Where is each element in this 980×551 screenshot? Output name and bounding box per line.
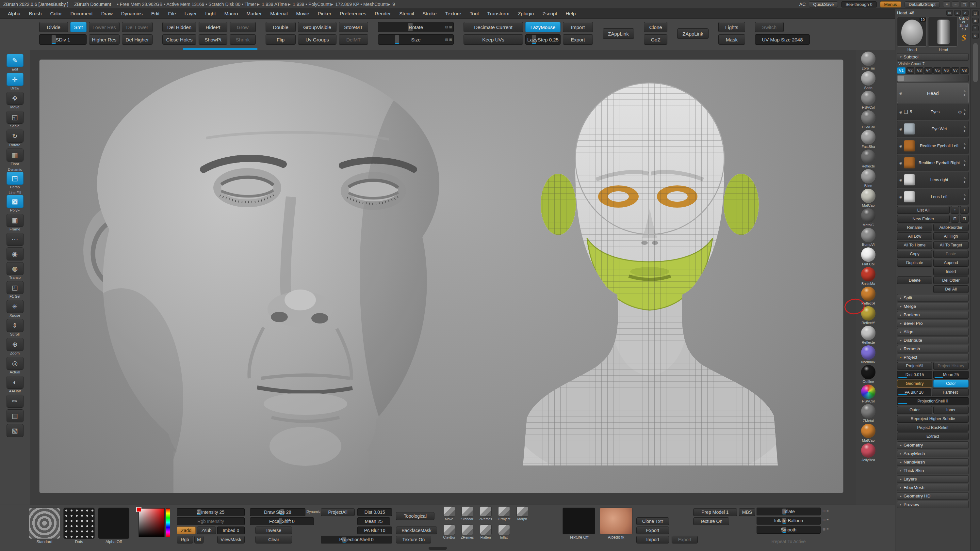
- slider-options-icons[interactable]: ⊞≡: [822, 527, 829, 531]
- brush-shortcut[interactable]: ZRemes: [459, 524, 476, 539]
- edge-gear-icon[interactable]: ⚙: [972, 33, 979, 38]
- subtool-view-tab[interactable]: V4: [924, 67, 932, 74]
- left-shelf-tool[interactable]: ⊕Zoom: [3, 338, 27, 355]
- zsub-button[interactable]: Zsub: [197, 527, 216, 534]
- switch-button[interactable]: Switch: [755, 22, 784, 32]
- extract-button[interactable]: Extract: [897, 432, 969, 440]
- menus-button[interactable]: Menus: [880, 1, 901, 8]
- repeat-to-active-button[interactable]: Repeat To Active: [757, 538, 821, 545]
- texture-on-button[interactable]: Texture On: [693, 518, 729, 525]
- subtool-row[interactable]: ◉❒5Eyes⚙✎◧: [897, 104, 969, 120]
- import-button[interactable]: Import: [636, 536, 669, 543]
- subtool-view-tab[interactable]: V3: [915, 67, 923, 74]
- subtool-op-button[interactable]: Append: [933, 259, 969, 267]
- left-shelf-tool[interactable]: ✑: [3, 395, 27, 408]
- expand-icon[interactable]: ⊞: [951, 215, 959, 222]
- subtool-op-button[interactable]: All To Home: [897, 241, 932, 249]
- menu-item[interactable]: Transform: [483, 10, 513, 17]
- menu-item[interactable]: Draw: [97, 10, 117, 17]
- see-through-slider[interactable]: See-through 0: [841, 1, 877, 8]
- subtool-op-button[interactable]: Paste: [933, 250, 969, 258]
- shrink-button[interactable]: Shrink: [230, 34, 256, 45]
- left-shelf-tool[interactable]: Dynamic◳Persp: [3, 167, 27, 189]
- menu-item[interactable]: Tool: [466, 10, 483, 17]
- color-tab[interactable]: Color: [933, 380, 969, 387]
- clear-button[interactable]: Clear: [255, 536, 292, 543]
- divide-button[interactable]: Divide: [39, 22, 68, 32]
- recent-tool-thumbnail[interactable]: [928, 17, 958, 47]
- menu-item[interactable]: Zplugin: [514, 10, 538, 17]
- visibility-eye-icon[interactable]: ◉: [899, 127, 902, 131]
- menu-item[interactable]: Dynamics: [117, 10, 147, 17]
- albedo-texture-slot[interactable]: Albedo fk: [600, 508, 632, 540]
- clone-button[interactable]: Clone: [644, 22, 667, 32]
- mask-button[interactable]: Mask: [718, 34, 745, 45]
- zapplink-button[interactable]: ZAppLink: [677, 29, 708, 39]
- topological-button[interactable]: Topological: [396, 512, 434, 520]
- menu-item[interactable]: Edit: [147, 10, 164, 17]
- wireframe-head-polygroups[interactable]: [519, 82, 800, 465]
- maximize-icon[interactable]: ▢: [961, 1, 968, 7]
- project-section-header[interactable]: ▾Project: [897, 354, 969, 361]
- gear-icon[interactable]: ⚙: [958, 110, 962, 114]
- brush-slot[interactable]: Alpha Off: [98, 508, 129, 544]
- menu-item[interactable]: Texture: [441, 10, 465, 17]
- subtool-op-button[interactable]: Copy: [897, 250, 932, 258]
- brush-shortcut[interactable]: ZProject: [495, 506, 512, 521]
- brush-shortcut[interactable]: Flatten: [477, 524, 494, 539]
- subtool-row[interactable]: ◉❒Eye Wet⚙✎◧: [897, 121, 969, 137]
- projection-shell-slider[interactable]: ProjectionShell 0: [321, 536, 392, 543]
- texture-off-thumbnail[interactable]: [563, 508, 595, 534]
- inverse-button[interactable]: Inverse: [255, 527, 292, 534]
- panel-close-icon[interactable]: ✕: [962, 10, 969, 16]
- viewmask-button[interactable]: ViewMask: [217, 536, 245, 543]
- subtool-op-button[interactable]: All Low: [897, 232, 932, 240]
- move-up-icon[interactable]: ↑: [951, 206, 959, 214]
- project-history-button[interactable]: Project History: [933, 362, 969, 370]
- clone-txtr-button[interactable]: Clone Txtr: [636, 518, 669, 525]
- lower-res-button[interactable]: Lower Res: [89, 22, 119, 32]
- flip-button[interactable]: Flip: [266, 34, 296, 45]
- rgb-intensity-slider[interactable]: Rgb Intensity: [177, 518, 245, 525]
- material-item[interactable]: HSVCol: [861, 91, 875, 110]
- menu-item[interactable]: Movie: [292, 10, 313, 17]
- subtool-row[interactable]: ◉❒Head⚙✎◧: [897, 83, 969, 103]
- delmt-button[interactable]: DelMT: [339, 34, 368, 45]
- collapsed-section[interactable]: ▸Boolean: [897, 311, 969, 319]
- brush-shortcut[interactable]: Move: [440, 506, 458, 521]
- smooth-slider[interactable]: Smooth: [757, 526, 821, 534]
- subtool-op-button[interactable]: Delete: [897, 276, 932, 284]
- left-shelf-tool[interactable]: ✎Edit: [3, 54, 27, 71]
- zadd-button[interactable]: Zadd: [177, 527, 196, 534]
- showpt-button[interactable]: ShowPt: [199, 34, 228, 45]
- canvas-area[interactable]: [30, 50, 856, 505]
- brush-slot[interactable]: Dots: [64, 508, 95, 544]
- inflate-slider[interactable]: Inflate: [757, 508, 821, 515]
- subtool-row[interactable]: ◉❒Realtime Eyeball Left⚙✎◧: [897, 138, 969, 154]
- menu-item[interactable]: Picker: [314, 10, 336, 17]
- albedo-thumbnail[interactable]: [600, 508, 632, 534]
- subtool-op-button[interactable]: Del All: [933, 285, 969, 293]
- material-item[interactable]: Flat Col: [861, 248, 875, 266]
- subtool-op-button[interactable]: Del Other: [933, 276, 969, 284]
- subtool-section-header[interactable]: ▾Subtool: [897, 53, 969, 61]
- material-item[interactable]: NormalR: [861, 345, 875, 364]
- uv-map-size-slider[interactable]: UV Map Size 2048: [755, 34, 810, 45]
- edge-menu-icon[interactable]: ≡: [972, 25, 979, 31]
- dist-slider[interactable]: Dist 0.015: [357, 508, 392, 516]
- rotate-slider[interactable]: Rotate⊟⊞: [378, 22, 454, 32]
- material-item[interactable]: Outline: [861, 365, 875, 384]
- quicksave-button[interactable]: QuickSave: [809, 1, 838, 8]
- left-shelf-tool[interactable]: ⇕Scroll: [3, 319, 27, 336]
- left-shelf-tool[interactable]: ✥Move: [3, 92, 27, 109]
- brush-slot[interactable]: Standard: [29, 508, 60, 544]
- menu-item[interactable]: Brush: [25, 10, 45, 17]
- list-all-button[interactable]: List All: [897, 206, 950, 214]
- inner-button[interactable]: Inner: [933, 406, 969, 414]
- menu-item[interactable]: File: [164, 10, 180, 17]
- texture-slot[interactable]: Texture Off: [563, 508, 595, 540]
- project-basrelief-button[interactable]: Project BasRelief: [897, 424, 969, 432]
- subtool-preview-slider[interactable]: [897, 75, 969, 82]
- brush-shortcut[interactable]: Standar: [459, 506, 476, 521]
- prep-model-button[interactable]: Prep Model 1: [693, 508, 737, 516]
